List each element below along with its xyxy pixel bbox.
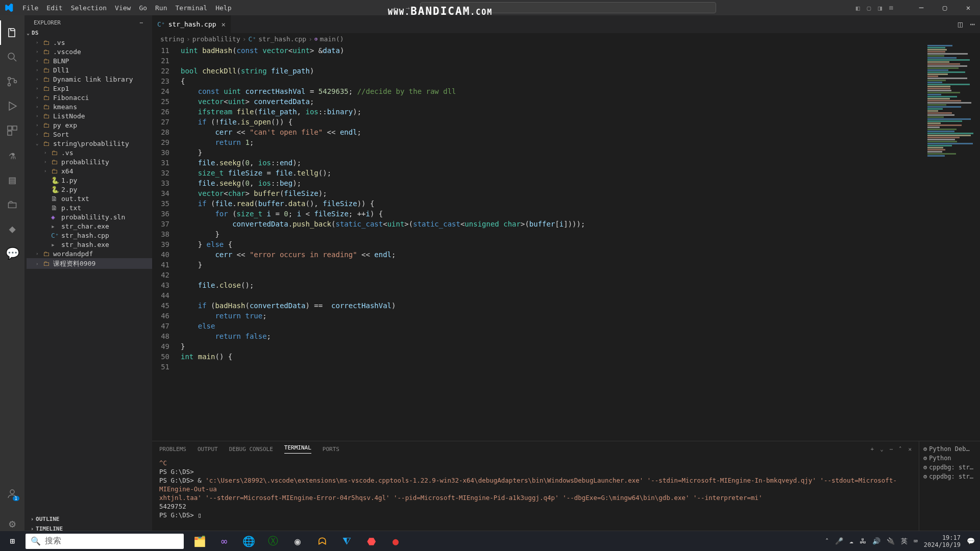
more-icon[interactable]: ⋯ bbox=[890, 446, 893, 453]
layout-icon[interactable]: ◧ bbox=[856, 4, 860, 12]
outline-section[interactable]: ›OUTLINE bbox=[27, 514, 150, 524]
minimap[interactable] bbox=[924, 44, 980, 441]
more-icon[interactable]: ⋯ bbox=[970, 19, 975, 29]
layout-icon[interactable]: ⊞ bbox=[889, 4, 893, 12]
tab-str-hash[interactable]: C⁺ str_hash.cpp × bbox=[152, 15, 231, 33]
close-button[interactable]: ✕ bbox=[957, 0, 980, 15]
panel-tab[interactable]: PORTS bbox=[323, 446, 339, 453]
tree-item[interactable]: 🗎p.txt bbox=[27, 203, 152, 212]
explorer-icon[interactable] bbox=[0, 20, 24, 45]
tree-item[interactable]: ▸str_hash.exe bbox=[27, 240, 152, 249]
split-icon[interactable]: ◫ bbox=[958, 19, 963, 29]
tree-item[interactable]: ›🗀wordandpdf bbox=[27, 249, 152, 258]
menu-file[interactable]: File bbox=[18, 4, 42, 12]
close-panel-icon[interactable]: ✕ bbox=[908, 446, 912, 453]
layout-icon[interactable]: ◨ bbox=[878, 4, 882, 12]
menu-view[interactable]: View bbox=[111, 4, 135, 12]
close-icon[interactable]: × bbox=[222, 20, 226, 29]
breadcrumb[interactable]: string› probablility› C⁺ str_hash.cpp› ⊕… bbox=[152, 33, 980, 44]
dropdown-icon[interactable]: ⌄ bbox=[880, 446, 884, 453]
source-control-icon[interactable] bbox=[0, 69, 24, 94]
terminal[interactable]: ^CPS G:\DS>PS G:\DS> & 'c:\Users\28992\.… bbox=[152, 457, 919, 536]
xbox-app[interactable]: Ⓧ bbox=[261, 531, 285, 552]
workspace-root[interactable]: ⌄DS bbox=[24, 28, 152, 38]
explorer-app[interactable]: 🗂️ bbox=[188, 531, 211, 552]
tree-item[interactable]: ›🗀.vs bbox=[27, 38, 152, 47]
todo-icon[interactable]: ▤ bbox=[0, 167, 24, 192]
account-icon[interactable]: 1 bbox=[0, 482, 24, 506]
taskbar-search[interactable]: 🔍 搜索 bbox=[26, 534, 184, 549]
steam-app[interactable]: ◉ bbox=[286, 531, 309, 552]
tree-item[interactable]: ›🗀x64 bbox=[27, 166, 152, 176]
menu-go[interactable]: Go bbox=[135, 4, 151, 12]
tree-item[interactable]: 🗎out.txt bbox=[27, 194, 152, 203]
vscode-app[interactable]: ⧨ bbox=[335, 531, 358, 552]
start-button[interactable]: ⊞ bbox=[0, 531, 24, 552]
tree-item[interactable]: ›🗀Fibonacci bbox=[27, 93, 152, 102]
maximize-button[interactable]: ▢ bbox=[933, 0, 957, 15]
tree-item[interactable]: ▸str_char.exe bbox=[27, 221, 152, 231]
terminal-entry[interactable]: ⚙Python bbox=[923, 454, 976, 463]
terminal-entry[interactable]: ⚙cppdbg: str… bbox=[923, 472, 976, 481]
panel-tab[interactable]: OUTPUT bbox=[198, 446, 218, 453]
tree-item[interactable]: 🐍1.py bbox=[27, 176, 152, 185]
tree-item[interactable]: ›🗀.vs bbox=[27, 148, 152, 157]
extensions-icon[interactable] bbox=[0, 118, 24, 143]
tray-ime2[interactable]: ⌨ bbox=[914, 537, 918, 545]
edge-app[interactable]: 🌐 bbox=[237, 531, 260, 552]
tree-item[interactable]: ›🗀ListNode bbox=[27, 111, 152, 120]
minimize-button[interactable]: ─ bbox=[910, 0, 933, 15]
testing-icon[interactable]: ⚗ bbox=[0, 143, 24, 167]
nav-forward-icon[interactable]: → bbox=[406, 4, 410, 12]
menu-terminal[interactable]: Terminal bbox=[172, 4, 212, 12]
app-icon[interactable]: ⬣ bbox=[359, 531, 383, 552]
maximize-panel-icon[interactable]: ˄ bbox=[899, 446, 902, 453]
tree-item[interactable]: C⁺str_hash.cpp bbox=[27, 231, 152, 240]
tray-volume-icon[interactable]: 🔊 bbox=[872, 537, 880, 545]
search-icon[interactable] bbox=[0, 45, 24, 69]
layout-icon[interactable]: ▢ bbox=[867, 4, 871, 12]
nav-back-icon[interactable]: ← bbox=[394, 4, 398, 12]
menu-selection[interactable]: Selection bbox=[67, 4, 111, 12]
debug-icon[interactable] bbox=[0, 94, 24, 118]
tree-item[interactable]: ⌄🗀string\probablility bbox=[27, 139, 152, 148]
command-search[interactable] bbox=[420, 2, 716, 13]
tray-mic-icon[interactable]: 🎤 bbox=[835, 537, 843, 545]
menu-edit[interactable]: Edit bbox=[42, 4, 66, 12]
tray-chevron-icon[interactable]: ˄ bbox=[825, 537, 829, 545]
tree-item[interactable]: ›🗀Dll1 bbox=[27, 65, 152, 74]
tree-item[interactable]: ›🗀.vscode bbox=[27, 47, 152, 56]
tray-power-icon[interactable]: 🔌 bbox=[887, 537, 895, 545]
tree-item[interactable]: ◈probablility.sln bbox=[27, 212, 152, 221]
tray-network-icon[interactable]: 🖧 bbox=[860, 537, 866, 545]
visualstudio-app[interactable]: ∞ bbox=[212, 531, 236, 552]
terminal-entry[interactable]: ⚙Python Deb… bbox=[923, 444, 976, 454]
comments-icon[interactable]: 💬 bbox=[0, 241, 24, 265]
tray-onedrive-icon[interactable]: ☁ bbox=[849, 537, 853, 545]
taskbar-clock[interactable]: 19:17 2024/10/19 bbox=[924, 534, 961, 548]
menu-help[interactable]: Help bbox=[211, 4, 235, 12]
panel-tab[interactable]: TERMINAL bbox=[284, 444, 311, 454]
tree-item[interactable]: ›🗀BLNP bbox=[27, 56, 152, 65]
tree-item[interactable]: ›🗀py exp bbox=[27, 120, 152, 130]
projectmgr-icon[interactable]: 🗀 bbox=[0, 192, 24, 216]
terminal-entry[interactable]: ⚙cppdbg: str… bbox=[923, 463, 976, 472]
tree-item[interactable]: ›🗀probablility bbox=[27, 157, 152, 166]
record-app[interactable]: ● bbox=[384, 531, 407, 552]
more-icon[interactable]: ⋯ bbox=[139, 19, 143, 26]
tree-item[interactable]: ›🗀kmeans bbox=[27, 102, 152, 111]
tree-item[interactable]: ›🗀Sort bbox=[27, 130, 152, 139]
tree-item[interactable]: 🐍2.py bbox=[27, 185, 152, 194]
notifications-icon[interactable]: 💬 bbox=[967, 537, 975, 545]
panel-tab[interactable]: DEBUG CONSOLE bbox=[229, 446, 273, 453]
add-terminal-icon[interactable]: + bbox=[871, 446, 874, 453]
tree-item[interactable]: ›🗀Exp1 bbox=[27, 84, 152, 93]
tray-ime[interactable]: 英 bbox=[901, 537, 908, 546]
tree-item[interactable]: ›🗀课程资料0909 bbox=[27, 258, 152, 269]
gitlens-icon[interactable]: ◆ bbox=[0, 216, 24, 241]
menu-run[interactable]: Run bbox=[151, 4, 171, 12]
tree-item[interactable]: ›🗀Dynamic link library bbox=[27, 74, 152, 84]
code-editor[interactable]: uint badHash(const vector<uint> &data) b… bbox=[181, 44, 924, 441]
panel-tab[interactable]: PROBLEMS bbox=[159, 446, 186, 453]
app-icon[interactable]: ᗣ bbox=[310, 531, 334, 552]
